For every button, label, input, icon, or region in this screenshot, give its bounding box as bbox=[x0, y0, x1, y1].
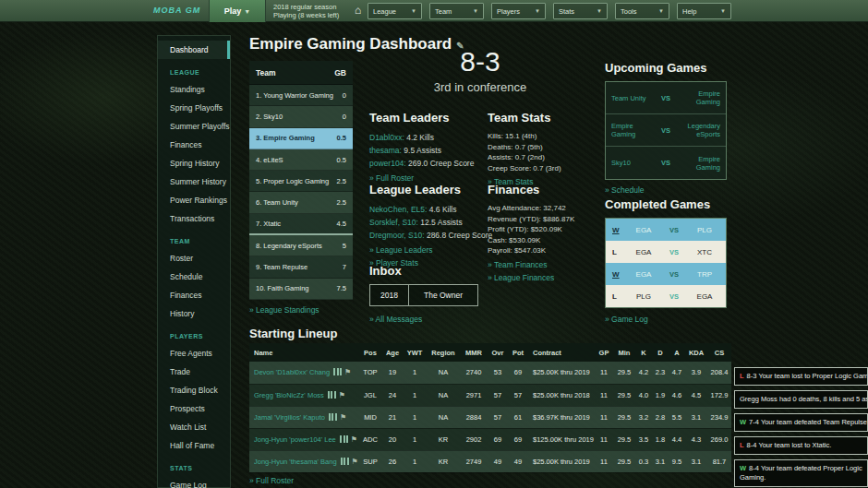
stats-icon[interactable] bbox=[340, 435, 348, 443]
stats-icon[interactable] bbox=[341, 458, 349, 465]
stats-icon[interactable] bbox=[329, 413, 337, 421]
standings-row[interactable]: 7. Xtatic4.5 bbox=[249, 214, 353, 235]
notification-toast[interactable]: L8-3 Your team lost to Proper Logic Gami… bbox=[734, 367, 868, 386]
sidebar-item-history[interactable]: History bbox=[158, 304, 230, 323]
sidebar-item-summer-history[interactable]: Summer History bbox=[158, 173, 230, 191]
standings-row[interactable]: 8. Legendary eSports5 bbox=[249, 235, 353, 256]
player-link[interactable]: Sorsklef, S10: bbox=[369, 218, 418, 227]
full-roster-link[interactable]: » Full Roster bbox=[369, 173, 486, 183]
menu-tools[interactable]: Tools▼ bbox=[615, 3, 669, 19]
col-pot[interactable]: Pot bbox=[508, 343, 528, 362]
player-name-link[interactable]: Devon 'D1abl0xx' Chang bbox=[254, 368, 330, 376]
sidebar-item-schedule[interactable]: Schedule bbox=[158, 268, 230, 286]
sidebar-item-spring-history[interactable]: Spring History bbox=[158, 154, 230, 173]
upcoming-game-row[interactable]: Sky10 VS Empire Gaming bbox=[606, 147, 726, 179]
team-stats-section: Team Stats Kills: 15.1 (4th) Deaths: 0.7… bbox=[488, 111, 597, 186]
sidebar-item-game-log[interactable]: Game Log bbox=[158, 476, 230, 488]
all-messages-link[interactable]: » All Messages bbox=[369, 315, 489, 324]
inbox-message-row[interactable]: 2018 The Owner bbox=[369, 284, 478, 306]
standings-row[interactable]: 9. Team Repulse7 bbox=[249, 256, 353, 278]
player-name-link[interactable]: Gregg 'BioNicZz' Moss bbox=[254, 391, 324, 399]
standings-row-user-team[interactable]: 3. Empire Gaming0.5 bbox=[249, 128, 353, 149]
notification-toast[interactable]: Gregg Moss had 0 deaths, 8 kills and 5 a… bbox=[734, 390, 868, 409]
standings-row[interactable]: 2. Sky100 bbox=[249, 106, 353, 127]
player-link[interactable]: Dregmoor, S10: bbox=[369, 231, 425, 240]
notification-toast[interactable]: L8-4 Your team lost to Xtatic. bbox=[734, 436, 868, 455]
sidebar-item-dashboard[interactable]: Dashboard bbox=[158, 41, 230, 59]
col-ywt[interactable]: YWT bbox=[403, 343, 427, 362]
sidebar-item-free-agents[interactable]: Free Agents bbox=[158, 344, 230, 363]
col-kda[interactable]: KDA bbox=[685, 343, 707, 362]
lineup-row[interactable]: Gregg 'BioNicZz' Moss⚑ JGL241NA29715757$… bbox=[249, 384, 731, 406]
menu-players[interactable]: Players▼ bbox=[491, 3, 546, 19]
completed-game-row-win[interactable]: W EGA VS PLG bbox=[606, 219, 726, 241]
notification-toast[interactable]: W7-4 Your team defeated Team Repulse. bbox=[734, 413, 868, 432]
col-pos[interactable]: Pos bbox=[358, 343, 382, 362]
completed-game-row-loss[interactable]: L PLG VS EGA bbox=[606, 285, 726, 307]
player-link[interactable]: D1abl0xx: bbox=[369, 133, 404, 142]
standings-row[interactable]: 4. eLiteS0.5 bbox=[249, 149, 353, 171]
upcoming-game-row[interactable]: Team Unity VS Empire Gaming bbox=[606, 82, 726, 114]
player-name-link[interactable]: Jong-Hyun 'power104' Lee bbox=[254, 435, 336, 444]
col-name[interactable]: Name bbox=[249, 343, 358, 362]
col-d[interactable]: D bbox=[652, 343, 669, 362]
col-gp[interactable]: GP bbox=[595, 343, 613, 362]
game-log-link[interactable]: » Game Log bbox=[605, 315, 727, 324]
col-k[interactable]: K bbox=[635, 343, 652, 362]
sidebar-item-power-rankings[interactable]: Power Rankings bbox=[158, 191, 230, 209]
league-standings-link[interactable]: » League Standings bbox=[249, 305, 353, 315]
stats-icon[interactable] bbox=[333, 368, 342, 375]
col-ovr[interactable]: Ovr bbox=[488, 343, 508, 362]
sidebar-item-trading-block[interactable]: Trading Block bbox=[158, 381, 230, 399]
team-finances-link[interactable]: » Team Finances bbox=[488, 260, 597, 269]
player-name-link[interactable]: Jong-Hyun 'thesama' Bang bbox=[254, 458, 337, 466]
league-leaders-link[interactable]: » League Leaders bbox=[369, 245, 486, 255]
col-mmr[interactable]: MMR bbox=[460, 343, 488, 362]
sidebar-item-standings[interactable]: Standings bbox=[158, 80, 230, 99]
standings-row[interactable]: 6. Team Unity2.5 bbox=[249, 192, 353, 213]
player-link[interactable]: NekoChen, EL5: bbox=[369, 205, 427, 214]
player-link[interactable]: thesama: bbox=[369, 146, 402, 155]
schedule-link[interactable]: » Schedule bbox=[605, 185, 727, 195]
lineup-row[interactable]: Jamal 'Virgilios' Kaputo⚑ MID211NA288457… bbox=[249, 406, 731, 428]
home-icon[interactable]: ⌂ bbox=[355, 4, 361, 17]
completed-game-row-loss[interactable]: L EGA VS XTC bbox=[606, 241, 726, 263]
sidebar-item-league-finances[interactable]: Finances bbox=[158, 136, 230, 154]
sidebar-item-transactions[interactable]: Transactions bbox=[158, 209, 230, 228]
col-cs[interactable]: CS bbox=[707, 343, 731, 362]
player-link[interactable]: power104: bbox=[369, 159, 406, 168]
standings-row[interactable]: 1. Young Warrior Gaming0 bbox=[249, 85, 353, 106]
upcoming-game-row[interactable]: Empire Gaming VS Legendary eSports bbox=[606, 114, 726, 147]
player-name-link[interactable]: Jamal 'Virgilios' Kaputo bbox=[254, 413, 325, 422]
standings-row[interactable]: 10. Faith Gaming7.5 bbox=[249, 279, 353, 300]
lineup-row[interactable]: Jong-Hyun 'power104' Lee⚑ ADC201KR290269… bbox=[249, 428, 731, 450]
completed-game-row-win[interactable]: W EGA VS TRP bbox=[606, 263, 726, 285]
play-button[interactable]: Play▼ bbox=[209, 0, 266, 22]
menu-league[interactable]: League▼ bbox=[368, 3, 422, 19]
menu-help[interactable]: Help▼ bbox=[677, 3, 731, 19]
lineup-row[interactable]: Jong-Hyun 'thesama' Bang⚑ SUP261KR274949… bbox=[249, 450, 731, 472]
col-region[interactable]: Region bbox=[427, 343, 460, 362]
col-age[interactable]: Age bbox=[382, 343, 403, 362]
sidebar-item-prospects[interactable]: Prospects bbox=[158, 399, 230, 418]
full-roster-link-bottom[interactable]: » Full Roster bbox=[249, 476, 294, 485]
col-min[interactable]: Min bbox=[613, 343, 635, 362]
sidebar-item-roster[interactable]: Roster bbox=[158, 249, 230, 268]
sidebar-item-trade[interactable]: Trade bbox=[158, 363, 230, 381]
sidebar-item-spring-playoffs[interactable]: Spring Playoffs bbox=[158, 99, 230, 117]
league-finances-link[interactable]: » League Finances bbox=[488, 273, 597, 282]
sidebar-item-watch-list[interactable]: Watch List bbox=[158, 418, 230, 436]
chevron-down-icon: ▼ bbox=[658, 8, 664, 14]
app-logo: MOBA GM bbox=[153, 6, 205, 15]
lineup-row[interactable]: Devon 'D1abl0xx' Chang⚑ TOP191NA27405369… bbox=[249, 362, 731, 384]
standings-row[interactable]: 5. Proper Logic Gaming2.5 bbox=[249, 171, 353, 192]
notification-toast[interactable]: W8-4 Your team defeated Proper Logic Gam… bbox=[734, 459, 868, 487]
menu-team[interactable]: Team▼ bbox=[429, 3, 484, 19]
stats-icon[interactable] bbox=[328, 391, 336, 399]
sidebar-item-summer-playoffs[interactable]: Summer Playoffs bbox=[158, 117, 230, 136]
col-contract[interactable]: Contract bbox=[528, 343, 595, 362]
col-a[interactable]: A bbox=[669, 343, 685, 362]
sidebar-item-hall-of-fame[interactable]: Hall of Fame bbox=[158, 436, 230, 455]
menu-stats[interactable]: Stats▼ bbox=[553, 3, 608, 19]
sidebar-item-team-finances[interactable]: Finances bbox=[158, 286, 230, 304]
